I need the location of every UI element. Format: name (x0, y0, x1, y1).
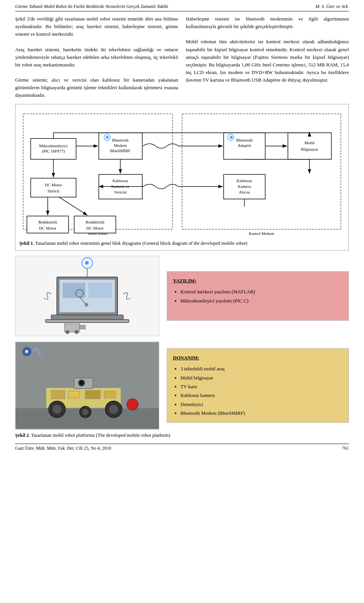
svg-point-54 (109, 405, 118, 414)
hardware-item-3: TV kartı (180, 382, 343, 391)
hardware-box-title: DONANIM: (173, 353, 343, 362)
figure3-robot-section: ✱ (15, 342, 349, 430)
svg-rect-10 (31, 178, 76, 197)
laptop-image: ✱ (15, 256, 159, 336)
software-item-1: Kontrol merkezi yazılımı (MATLAB) (180, 287, 343, 296)
svg-point-44 (75, 330, 78, 334)
left-column: Şekil 2'de verildiği gibi tasarlanan mob… (15, 15, 178, 99)
left-para-3: Görme sistemi; alıcı ve vericisi olan ka… (15, 76, 178, 99)
svg-point-64 (127, 399, 138, 410)
svg-line-20 (59, 197, 88, 215)
dc-motor-text2: Sürücü (47, 189, 60, 193)
footer-left: Gazi Üniv. Müh. Mim. Fak. Der. Cilt 25, … (15, 446, 111, 451)
fig2-caption-bold: Şekil 2. (15, 433, 30, 438)
bt-adaptor-icon: ✱ (229, 135, 233, 139)
kamera-a-text1: Kablosuz (237, 178, 253, 183)
svg-rect-14 (74, 216, 116, 233)
svg-point-52 (52, 405, 61, 414)
svg-rect-60 (52, 390, 65, 399)
robot-platform-svg: ✱ (16, 342, 159, 429)
svg-rect-3 (182, 114, 341, 229)
svg-rect-36 (88, 283, 112, 298)
bt-modem-icon: ✱ (105, 135, 109, 139)
svg-text:✱: ✱ (25, 349, 28, 354)
svg-rect-13 (27, 216, 69, 233)
figure1-caption: Şekil 1. Tasarlanan mobil robot sistemin… (19, 241, 345, 246)
software-item-2: Mikrodenetleyici yazılımı (PIC C) (180, 296, 343, 305)
hardware-list: 3 tekerlekli mobil araç Mobil bilgisayar… (173, 364, 343, 417)
figure2-caption: Şekil 2. Tasarlanan mobil robot platform… (15, 433, 349, 438)
hardware-item-2: Mobil bilgisayar (180, 373, 343, 382)
svg-rect-62 (85, 390, 100, 399)
fig2-caption-text: Tasarlanan mobil robot platformu (30, 433, 95, 438)
svg-point-43 (66, 330, 69, 334)
kamera-a-text2: Kamera (238, 184, 251, 189)
bt-modem-text2: Modem (114, 143, 127, 148)
left-para-1: Şekil 2'de verildiği gibi tasarlanan mob… (15, 15, 178, 38)
reduktor1-text2: DC Motor (39, 225, 56, 230)
mikro-text: Mikrodenetleyici (39, 143, 68, 148)
fig1-caption-en: (General block diagram of the developed … (143, 241, 248, 246)
bt-modem-text3: BlueSMİRF (110, 148, 131, 153)
mikro-text2: (PIC 16F877) (42, 149, 65, 154)
svg-point-56 (82, 409, 88, 415)
right-para-1: Haberleşme sistemi ise bluetooth modemin… (186, 15, 349, 30)
svg-rect-2 (23, 114, 173, 229)
svg-rect-63 (104, 391, 116, 398)
footer-right: 761 (342, 446, 349, 451)
dc-motor-text1: DC Motor (45, 183, 62, 187)
reduktor1-text1: Redüktörlü (38, 219, 57, 224)
kamera-v-text1: Kablosuz (113, 178, 129, 183)
fig1-caption-text: Tasarlanan mobil robot sisteminin genel … (34, 241, 141, 246)
right-column: Haberleşme sistemi ise bluetooth modemin… (186, 15, 349, 99)
svg-rect-9 (288, 132, 331, 159)
hardware-item-1: 3 tekerlekli mobil araç (180, 364, 343, 373)
figure2-laptop-section: ✱ (15, 256, 349, 336)
right-para-2: Mobil robotun tüm aktivitelerini ise kon… (186, 38, 349, 84)
hardware-item-6: Bluetooth Modem (BlueSMIRF) (180, 409, 343, 417)
software-info-box: YAZILIM: Kontrol merkezi yazılımı (MATLA… (167, 271, 349, 321)
bt-modem-text1: Bluetooth (112, 138, 129, 142)
header-left: Görme Tabanlı Mobil Robot ile Farklı Ren… (15, 4, 168, 9)
fig1-caption-bold: Şekil 1. (19, 241, 34, 246)
kontrol-merkezi-label: Kontrol Merkezi (249, 231, 274, 236)
svg-rect-61 (68, 391, 80, 398)
robot-image: ✱ (15, 342, 159, 430)
hardware-item-5: Denetleyici (180, 400, 343, 409)
svg-point-59 (80, 381, 83, 385)
software-box-title: YAZILIM: (173, 276, 343, 285)
bt-adaptor-text1: Bluetooth (236, 138, 253, 142)
svg-text:✱: ✱ (85, 260, 89, 266)
hardware-info-box: DONANIM: 3 tekerlekli mobil araç Mobil b… (167, 348, 349, 423)
fig2-caption-en: (The developed mobile robot platform) (96, 433, 170, 438)
laptop-svg: ✱ (27, 256, 148, 336)
kamera-a-text3: Alıcısı (239, 190, 250, 194)
kamera-v-text3: Vericisi (114, 190, 127, 194)
hardware-item-4: Kablosuz kamera (180, 391, 343, 400)
footer: Gazi Üniv. Müh. Mim. Fak. Der. Cilt 25, … (15, 444, 349, 451)
svg-rect-45 (80, 325, 85, 329)
svg-rect-41 (46, 320, 129, 323)
svg-point-39 (85, 303, 88, 307)
figure1-container: Mobil Robot Kontrol Merkezi Mikrodenetle… (15, 104, 349, 250)
software-list: Kontrol merkezi yazılımı (MATLAB) Mikrod… (173, 287, 343, 305)
left-para-2: Araç hareket sistemi, hareketin öndeki i… (15, 46, 178, 69)
mobil-pc-text2: Bilgisayar (301, 147, 318, 151)
block-diagram-svg: Mobil Robot Kontrol Merkezi Mikrodenetle… (19, 108, 345, 237)
reduktor2-text2: DC Motor (86, 225, 104, 230)
bt-adaptor-text2: Adaptör (238, 143, 251, 148)
mobil-pc-text1: Mobil (304, 140, 315, 145)
svg-rect-40 (51, 315, 123, 320)
header-right: M. S. Üzer ve Ark. (315, 4, 349, 9)
reduktor2-text1: Redüktörlü (86, 219, 105, 224)
